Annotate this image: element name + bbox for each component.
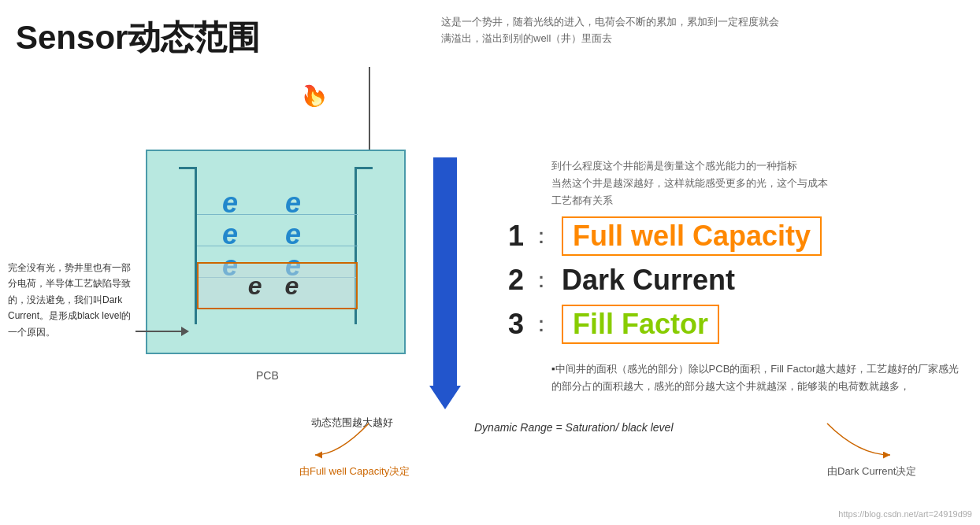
item-label-ff: Fill Factor <box>562 305 719 344</box>
electron-2: e <box>285 187 301 220</box>
well-line-1 <box>197 214 358 215</box>
dc-bottom-label: 由Dark Current决定 <box>827 464 916 479</box>
center-arrow-head <box>429 386 461 409</box>
well-notch-right <box>357 167 373 169</box>
electron-4: e <box>285 218 301 251</box>
items-container: 1 ： Full well Capacity 2 ： Dark Current … <box>488 216 945 352</box>
page-title: Sensor动态范围 <box>16 16 260 60</box>
fwc-bottom-label: 由Full well Capacity决定 <box>299 464 410 479</box>
dark-current-box: e e <box>197 262 358 309</box>
electron-1: e <box>222 187 238 220</box>
top-arrow <box>369 67 370 161</box>
item-label-fwc: Full well Capacity <box>562 216 822 256</box>
item-row-3: 3 ： Fill Factor <box>488 305 945 344</box>
dynamic-range-equation: Dynamic Range = Saturation/ black level <box>474 421 674 434</box>
well-notch-left <box>179 167 195 169</box>
well-line-2 <box>197 246 358 246</box>
right-top-annotation: 到什么程度这个井能满是衡量这个感光能力的一种指标 当然这个井是越深越好，这样就能… <box>551 157 961 209</box>
item-colon-1: ： <box>530 221 552 251</box>
comet-icon: 🔥 <box>295 77 332 113</box>
top-annotation: 这是一个势井，随着光线的进入，电荷会不断的累加，累加到一定程度就会 满溢出，溢出… <box>441 14 779 47</box>
pcb-label: PCB <box>256 369 279 382</box>
url-label: https://blog.csdn.net/art=24919d99 <box>838 509 972 519</box>
item-row-2: 2 ： Dark Current <box>488 264 945 297</box>
item-number-3: 3 <box>488 308 524 341</box>
dark-current-electrons: e e <box>248 272 306 301</box>
center-arrow-body <box>433 157 457 386</box>
item-row-1: 1 ： Full well Capacity <box>488 216 945 256</box>
fwc-curve-arrow <box>299 416 457 463</box>
well-body: e e e e e e e e <box>146 150 406 354</box>
dark-current-arrow <box>135 331 183 332</box>
item-label-dc: Dark Current <box>562 264 735 297</box>
electron-3: e <box>222 218 238 251</box>
item-colon-3: ： <box>530 309 552 339</box>
left-annotation: 完全没有光，势井里也有一部分电荷，半导体工艺缺陷导致的，没法避免，我们叫Dark… <box>8 260 134 340</box>
item-number-2: 2 <box>488 264 524 297</box>
bottom-annotation: ▪中间井的面积（感光的部分）除以PCB的面积，Fill Factor越大越好，工… <box>551 360 969 395</box>
dc-curve-arrow <box>764 416 922 463</box>
item-number-1: 1 <box>488 220 524 253</box>
well-diagram: e e e e e e e e PCB <box>146 150 406 386</box>
center-arrow <box>433 157 457 409</box>
item-colon-2: ： <box>530 265 552 295</box>
